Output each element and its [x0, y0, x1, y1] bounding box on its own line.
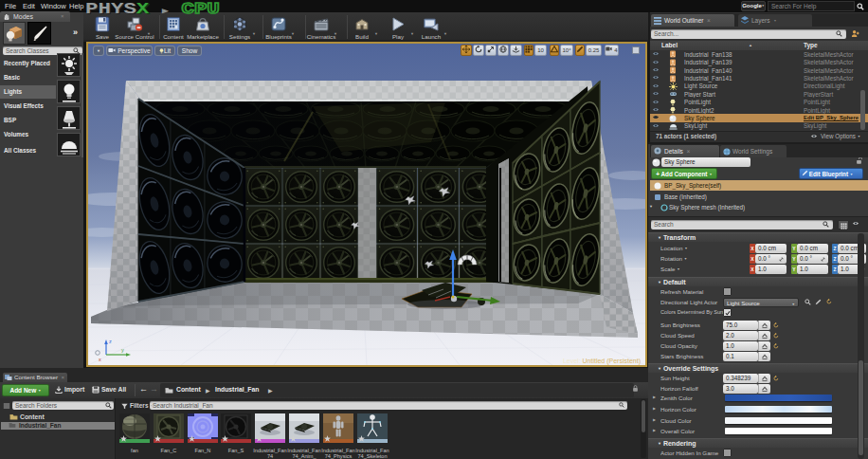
svg-text:Level: Untitled (Persistent): Level: Untitled (Persistent)	[563, 358, 641, 365]
svg-text:x: x	[99, 357, 101, 362]
svg-text:z: z	[109, 339, 112, 344]
svg-text:y: y	[121, 347, 124, 353]
